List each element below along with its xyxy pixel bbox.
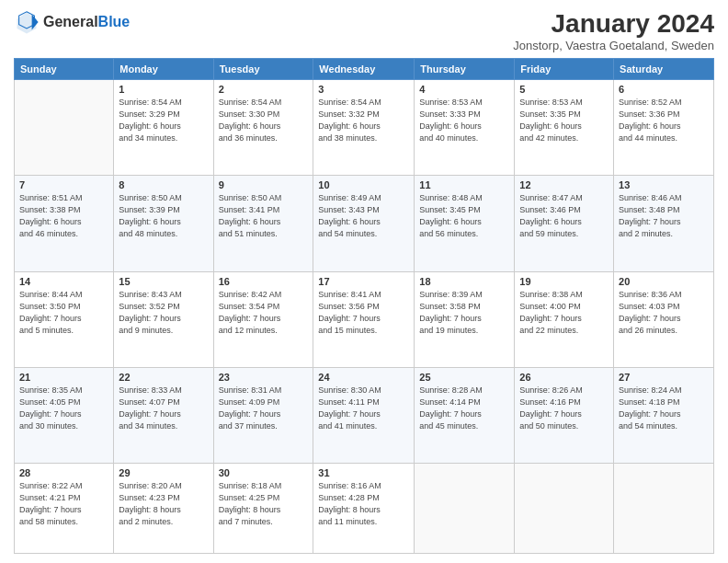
header-thursday: Thursday [415,59,515,80]
day-info: Sunrise: 8:28 AM Sunset: 4:14 PM Dayligh… [419,385,509,432]
day-info: Sunrise: 8:16 AM Sunset: 4:28 PM Dayligh… [318,480,409,528]
page: GeneralBlue January 2024 Jonstorp, Vaest… [0,0,728,563]
day-info: Sunrise: 8:30 AM Sunset: 4:11 PM Dayligh… [318,385,409,432]
table-row: 14Sunrise: 8:44 AM Sunset: 3:50 PM Dayli… [15,271,114,367]
table-row [614,464,714,554]
day-number: 18 [419,276,509,287]
table-row: 4Sunrise: 8:53 AM Sunset: 3:33 PM Daylig… [415,80,515,176]
table-row: 12Sunrise: 8:47 AM Sunset: 3:46 PM Dayli… [515,176,614,271]
table-row: 2Sunrise: 8:54 AM Sunset: 3:30 PM Daylig… [213,80,313,176]
table-row: 18Sunrise: 8:39 AM Sunset: 3:58 PM Dayli… [415,271,515,367]
logo-icon [14,9,40,35]
table-row: 19Sunrise: 8:38 AM Sunset: 4:00 PM Dayli… [515,271,614,367]
day-info: Sunrise: 8:54 AM Sunset: 3:30 PM Dayligh… [219,97,309,144]
day-number: 10 [318,179,409,190]
table-row: 22Sunrise: 8:33 AM Sunset: 4:07 PM Dayli… [114,367,213,463]
table-row: 27Sunrise: 8:24 AM Sunset: 4:18 PM Dayli… [614,367,714,463]
calendar-table: Sunday Monday Tuesday Wednesday Thursday… [14,58,714,554]
day-info: Sunrise: 8:22 AM Sunset: 4:21 PM Dayligh… [19,480,108,528]
table-row: 15Sunrise: 8:43 AM Sunset: 3:52 PM Dayli… [114,271,213,367]
day-info: Sunrise: 8:31 AM Sunset: 4:09 PM Dayligh… [219,385,309,432]
day-number: 13 [619,179,709,190]
table-row: 17Sunrise: 8:41 AM Sunset: 3:56 PM Dayli… [313,271,415,367]
day-number: 30 [219,467,309,478]
table-row: 28Sunrise: 8:22 AM Sunset: 4:21 PM Dayli… [15,464,114,554]
table-row: 24Sunrise: 8:30 AM Sunset: 4:11 PM Dayli… [313,367,415,463]
month-title: January 2024 [513,9,714,39]
table-row: 29Sunrise: 8:20 AM Sunset: 4:23 PM Dayli… [114,464,213,554]
header-monday: Monday [114,59,213,80]
table-row: 13Sunrise: 8:46 AM Sunset: 3:48 PM Dayli… [614,176,714,271]
day-number: 1 [119,84,208,95]
day-number: 2 [219,84,309,95]
logo-text: GeneralBlue [43,13,130,30]
day-number: 11 [419,179,509,190]
day-info: Sunrise: 8:49 AM Sunset: 3:43 PM Dayligh… [318,192,409,240]
day-info: Sunrise: 8:52 AM Sunset: 3:36 PM Dayligh… [619,97,709,144]
day-number: 12 [519,179,609,190]
day-number: 19 [519,276,609,287]
day-number: 21 [19,372,108,383]
table-row: 5Sunrise: 8:53 AM Sunset: 3:35 PM Daylig… [515,80,614,176]
table-row [515,464,614,554]
day-info: Sunrise: 8:24 AM Sunset: 4:18 PM Dayligh… [619,385,709,432]
day-info: Sunrise: 8:51 AM Sunset: 3:38 PM Dayligh… [19,192,108,240]
day-info: Sunrise: 8:48 AM Sunset: 3:45 PM Dayligh… [419,192,509,240]
table-row: 3Sunrise: 8:54 AM Sunset: 3:32 PM Daylig… [313,80,415,176]
day-number: 6 [619,84,709,95]
day-info: Sunrise: 8:33 AM Sunset: 4:07 PM Dayligh… [119,385,208,432]
day-number: 26 [519,372,609,383]
day-number: 27 [619,372,709,383]
header-friday: Friday [515,59,614,80]
day-number: 4 [419,84,509,95]
table-row: 7Sunrise: 8:51 AM Sunset: 3:38 PM Daylig… [15,176,114,271]
day-info: Sunrise: 8:35 AM Sunset: 4:05 PM Dayligh… [19,385,108,432]
day-number: 16 [219,276,309,287]
title-block: January 2024 Jonstorp, Vaestra Goetaland… [513,9,714,52]
day-number: 17 [318,276,409,287]
day-info: Sunrise: 8:50 AM Sunset: 3:39 PM Dayligh… [119,192,208,240]
day-number: 9 [219,179,309,190]
table-row: 30Sunrise: 8:18 AM Sunset: 4:25 PM Dayli… [213,464,313,554]
table-row: 23Sunrise: 8:31 AM Sunset: 4:09 PM Dayli… [213,367,313,463]
table-row: 16Sunrise: 8:42 AM Sunset: 3:54 PM Dayli… [213,271,313,367]
day-number: 3 [318,84,409,95]
day-info: Sunrise: 8:50 AM Sunset: 3:41 PM Dayligh… [219,192,309,240]
day-info: Sunrise: 8:54 AM Sunset: 3:32 PM Dayligh… [318,97,409,144]
header-wednesday: Wednesday [313,59,415,80]
day-number: 31 [318,467,409,478]
day-info: Sunrise: 8:36 AM Sunset: 4:03 PM Dayligh… [619,289,709,337]
day-number: 8 [119,179,208,190]
table-row: 26Sunrise: 8:26 AM Sunset: 4:16 PM Dayli… [515,367,614,463]
day-info: Sunrise: 8:42 AM Sunset: 3:54 PM Dayligh… [219,289,309,337]
day-number: 25 [419,372,509,383]
day-info: Sunrise: 8:54 AM Sunset: 3:29 PM Dayligh… [119,97,208,144]
day-info: Sunrise: 8:46 AM Sunset: 3:48 PM Dayligh… [619,192,709,240]
logo: GeneralBlue [14,9,130,35]
day-info: Sunrise: 8:47 AM Sunset: 3:46 PM Dayligh… [519,192,609,240]
day-number: 15 [119,276,208,287]
table-row [415,464,515,554]
day-number: 7 [19,179,108,190]
day-number: 23 [219,372,309,383]
day-info: Sunrise: 8:18 AM Sunset: 4:25 PM Dayligh… [219,480,309,528]
day-info: Sunrise: 8:53 AM Sunset: 3:33 PM Dayligh… [419,97,509,144]
table-row: 10Sunrise: 8:49 AM Sunset: 3:43 PM Dayli… [313,176,415,271]
day-number: 14 [19,276,108,287]
day-number: 24 [318,372,409,383]
table-row: 25Sunrise: 8:28 AM Sunset: 4:14 PM Dayli… [415,367,515,463]
table-row: 1Sunrise: 8:54 AM Sunset: 3:29 PM Daylig… [114,80,213,176]
day-info: Sunrise: 8:38 AM Sunset: 4:00 PM Dayligh… [519,289,609,337]
table-row: 11Sunrise: 8:48 AM Sunset: 3:45 PM Dayli… [415,176,515,271]
day-info: Sunrise: 8:20 AM Sunset: 4:23 PM Dayligh… [119,480,208,528]
header-saturday: Saturday [614,59,714,80]
table-row [15,80,114,176]
weekday-header-row: Sunday Monday Tuesday Wednesday Thursday… [15,59,714,80]
day-info: Sunrise: 8:39 AM Sunset: 3:58 PM Dayligh… [419,289,509,337]
day-number: 29 [119,467,208,478]
day-info: Sunrise: 8:44 AM Sunset: 3:50 PM Dayligh… [19,289,108,337]
location: Jonstorp, Vaestra Goetaland, Sweden [513,39,714,52]
table-row: 21Sunrise: 8:35 AM Sunset: 4:05 PM Dayli… [15,367,114,463]
day-number: 28 [19,467,108,478]
day-info: Sunrise: 8:41 AM Sunset: 3:56 PM Dayligh… [318,289,409,337]
